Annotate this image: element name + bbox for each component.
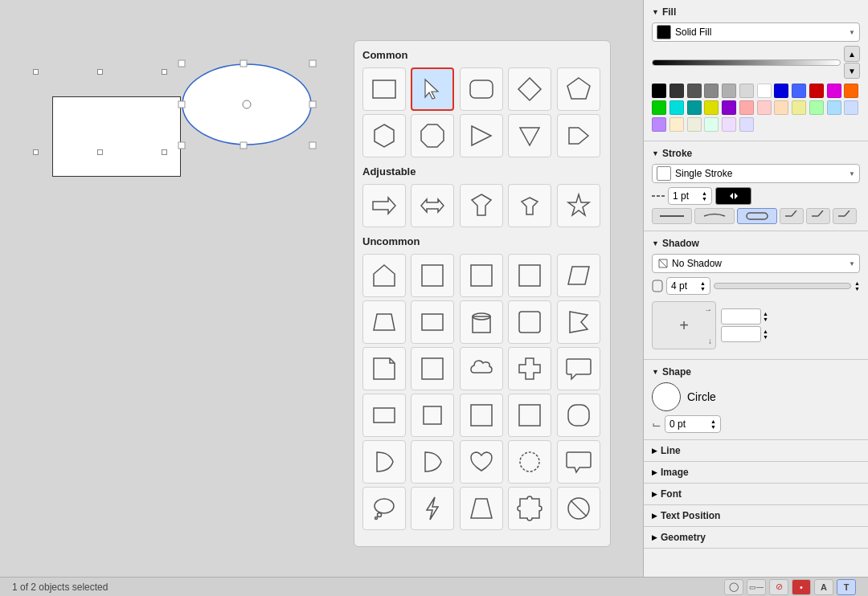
color-light-green[interactable] — [809, 100, 824, 115]
shadow-x-up[interactable]: ▲ — [763, 311, 768, 316]
shape-cell-badge[interactable] — [508, 440, 551, 484]
stroke-join-style2[interactable] — [806, 208, 830, 224]
color-peach[interactable] — [774, 100, 788, 115]
rectangle-shape[interactable] — [52, 96, 181, 177]
handle-tl[interactable] — [33, 69, 39, 75]
shape-cell-sm-rect2[interactable] — [411, 394, 454, 437]
font-section[interactable]: ▶ Font — [644, 484, 868, 505]
color-white[interactable] — [757, 84, 772, 98]
color-light-blue[interactable] — [844, 100, 858, 115]
stroke-color-well[interactable] — [715, 187, 751, 205]
shape-cell-dog-ear[interactable] — [362, 347, 406, 390]
shape-properties-header[interactable]: ▼ Shape — [652, 366, 860, 378]
handle-bl[interactable] — [33, 149, 39, 155]
handle-br[interactable] — [162, 149, 167, 155]
color-gray[interactable] — [704, 84, 719, 98]
shape-cell-rect5[interactable] — [411, 300, 454, 344]
opacity-slider[interactable] — [652, 59, 841, 66]
color-light-pink[interactable] — [757, 100, 772, 115]
shape-cell-trapezoid[interactable] — [362, 300, 406, 344]
shape-cell-rectangle[interactable] — [362, 67, 406, 111]
color-light-red[interactable] — [739, 100, 754, 115]
shape-cell-rounded-rect[interactable] — [460, 67, 503, 111]
shape-cell-sm-rect4[interactable] — [508, 394, 551, 437]
shape-cell-parallelogram[interactable] — [557, 254, 600, 297]
shadow-slider-down[interactable]: ▼ — [854, 286, 860, 292]
shape-cell-diamond[interactable] — [508, 67, 551, 111]
color-yellow[interactable] — [704, 100, 719, 115]
toolbar-a-btn[interactable]: A — [814, 579, 833, 595]
shape-cell-rect2[interactable] — [411, 254, 454, 297]
shape-cell-thought-bubble[interactable] — [362, 487, 406, 530]
toolbar-slash-btn[interactable]: ⊘ — [769, 579, 788, 595]
color-purple[interactable] — [722, 100, 736, 115]
fill-color-swatch[interactable] — [657, 25, 671, 39]
color-light-yellow[interactable] — [792, 100, 806, 115]
ellipse-wrapper[interactable] — [177, 52, 317, 159]
shape-cell-cylinder[interactable] — [460, 300, 503, 344]
corner-up[interactable]: ▲ — [710, 418, 716, 424]
color-blue[interactable] — [774, 84, 788, 98]
toolbar-circle-btn[interactable]: ◯ — [724, 579, 743, 595]
shape-cell-cursor[interactable] — [411, 67, 454, 111]
shadow-blur-slider[interactable] — [714, 283, 851, 289]
toolbar-rect-btn[interactable]: ▭— — [747, 579, 766, 595]
shadow-offset-box[interactable]: + → ↓ — [652, 301, 716, 349]
shape-cell-heart[interactable] — [460, 440, 503, 484]
handle-bm[interactable] — [97, 149, 103, 155]
shape-cell-right-arrow[interactable] — [362, 184, 406, 227]
shadow-y-up[interactable]: ▲ — [763, 329, 768, 334]
color-dark-gray[interactable] — [669, 84, 684, 98]
shape-cell-rect6[interactable] — [508, 300, 551, 344]
shape-cell-hexagon[interactable] — [362, 114, 406, 157]
opacity-decrease-btn[interactable]: ▼ — [844, 63, 860, 79]
shape-cell-rounded-rect2[interactable] — [557, 394, 600, 437]
shadow-slider-up[interactable]: ▲ — [854, 280, 860, 286]
stroke-section-header[interactable]: ▼ Stroke — [652, 148, 860, 159]
color-blue2[interactable] — [792, 84, 806, 98]
shape-cell-pentagon[interactable] — [557, 67, 600, 111]
stroke-line-style[interactable] — [652, 208, 692, 224]
color-cream[interactable] — [669, 117, 684, 132]
shape-cell-rect4[interactable] — [508, 254, 551, 297]
shadow-blur-up[interactable]: ▲ — [700, 280, 706, 286]
color-mint[interactable] — [704, 117, 719, 132]
shape-cell-speech-bubble2[interactable] — [557, 440, 600, 484]
stroke-rounded-style[interactable] — [737, 208, 777, 224]
shape-cell-trapezoid2[interactable] — [460, 487, 503, 530]
stroke-join-style1[interactable] — [780, 208, 804, 224]
fill-section-header[interactable]: ▼ Fill — [652, 6, 860, 18]
shape-cell-funnel-outline[interactable] — [508, 184, 551, 227]
color-sky[interactable] — [827, 100, 841, 115]
handle-tm[interactable] — [97, 69, 103, 75]
shape-cell-triangle-down[interactable] — [508, 114, 551, 157]
geometry-section[interactable]: ▶ Geometry — [644, 527, 868, 549]
corner-value-field[interactable]: 0 pt ▲ ▼ — [665, 415, 721, 433]
line-section[interactable]: ▶ Line — [644, 440, 868, 462]
text-position-section[interactable]: ▶ Text Position — [644, 505, 868, 527]
toolbar-red-dot-btn[interactable]: • — [792, 579, 811, 595]
shape-cell-d-shape[interactable] — [362, 440, 406, 484]
shape-cell-cloud[interactable] — [460, 347, 503, 390]
stroke-color-swatch[interactable] — [657, 166, 671, 181]
shadow-x-field[interactable] — [721, 308, 761, 325]
shape-cell-puzzle[interactable] — [508, 487, 551, 530]
color-cyan[interactable] — [669, 100, 684, 115]
shape-cell-d-shape2[interactable] — [411, 440, 454, 484]
shape-cell-rect3[interactable] — [460, 254, 503, 297]
color-periwinkle[interactable] — [739, 117, 754, 132]
shape-cell-double-arrow[interactable] — [411, 184, 454, 227]
stroke-weight-down[interactable]: ▼ — [702, 196, 707, 202]
color-green[interactable] — [652, 100, 666, 115]
stroke-join-style3[interactable] — [833, 208, 857, 224]
shadow-section-header[interactable]: ▼ Shadow — [652, 238, 860, 249]
color-mid-gray[interactable] — [687, 84, 702, 98]
stroke-weight-up[interactable]: ▲ — [702, 190, 707, 196]
shadow-x-down[interactable]: ▼ — [763, 316, 768, 322]
color-magenta[interactable] — [827, 84, 841, 98]
color-black[interactable] — [652, 84, 666, 98]
shape-cell-cross[interactable] — [508, 347, 551, 390]
shape-cell-flag[interactable] — [557, 300, 600, 344]
handle-tr[interactable] — [162, 69, 167, 75]
opacity-increase-btn[interactable]: ▲ — [844, 46, 860, 62]
